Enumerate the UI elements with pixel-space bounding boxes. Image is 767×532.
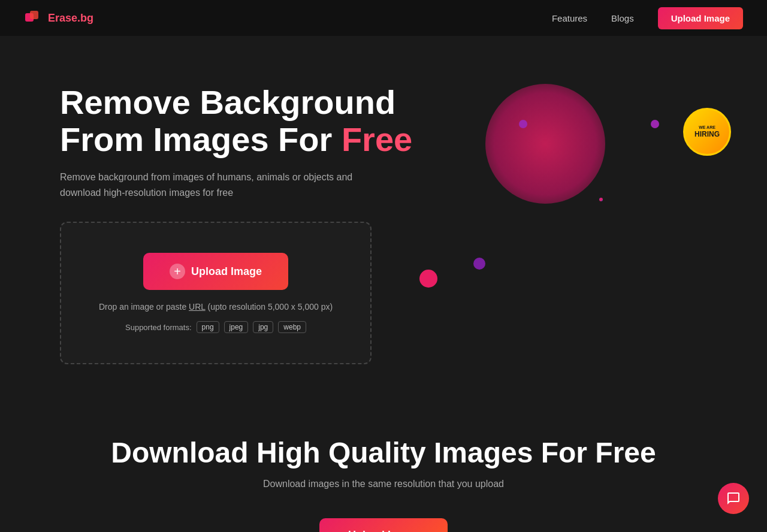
svg-rect-1	[30, 11, 38, 19]
nav-features-link[interactable]: Features	[552, 13, 587, 23]
hiring-badge[interactable]: WE ARE HIRING	[683, 108, 731, 156]
formats-label: Supported formats:	[125, 323, 192, 332]
format-jpeg: jpeg	[224, 321, 249, 333]
hiring-badge-we-are: WE ARE	[699, 125, 715, 130]
hero-left: Remove Background From Images For Free R…	[60, 72, 455, 364]
chat-icon	[726, 491, 741, 506]
dot-pink-mid	[419, 270, 437, 288]
hiring-badge-hiring: HIRING	[694, 130, 720, 138]
dot-purple-bottomright	[473, 258, 485, 270]
hero-title: Remove Background From Images For Free	[60, 84, 455, 158]
hero-image-border	[599, 198, 603, 201]
chat-bubble[interactable]	[718, 483, 749, 514]
nav-upload-button[interactable]: Upload Image	[658, 7, 743, 29]
hero-section: Remove Background From Images For Free R…	[0, 36, 767, 388]
format-webp: webp	[278, 321, 306, 333]
nav-blogs-link[interactable]: Blogs	[611, 13, 634, 23]
logo[interactable]: Erase.bg	[24, 8, 93, 28]
plus-icon: +	[170, 264, 185, 279]
logo-icon	[24, 8, 43, 28]
section2-subtitle: Download images in the same resolution t…	[24, 479, 743, 489]
format-png: png	[197, 321, 219, 333]
logo-text: Erase.bg	[48, 12, 93, 25]
nav-links: Features Blogs Upload Image	[552, 7, 743, 29]
hero-upload-button[interactable]: + Upload Image	[143, 253, 288, 290]
format-jpg: jpg	[253, 321, 273, 333]
dot-accent-topright	[651, 120, 659, 128]
navbar: Erase.bg Features Blogs Upload Image	[0, 0, 767, 36]
section2: Download High Quality Images For Free Do…	[0, 388, 767, 532]
upload-dropzone: + Upload Image Drop an image or paste UR…	[60, 222, 372, 364]
url-link[interactable]: URL	[189, 302, 206, 312]
dot-purple-topleft	[519, 120, 527, 128]
upload-hint: Drop an image or paste URL (upto resolut…	[85, 302, 346, 312]
pink-blob-decoration	[485, 84, 605, 204]
section2-title: Download High Quality Images For Free	[24, 436, 743, 469]
hero-subtitle: Remove background from images of humans,…	[60, 170, 372, 200]
formats-row: Supported formats: png jpeg jpg webp	[85, 321, 346, 333]
section2-upload-button[interactable]: Upload Image	[319, 518, 448, 532]
hero-right: WE ARE HIRING	[455, 72, 743, 324]
